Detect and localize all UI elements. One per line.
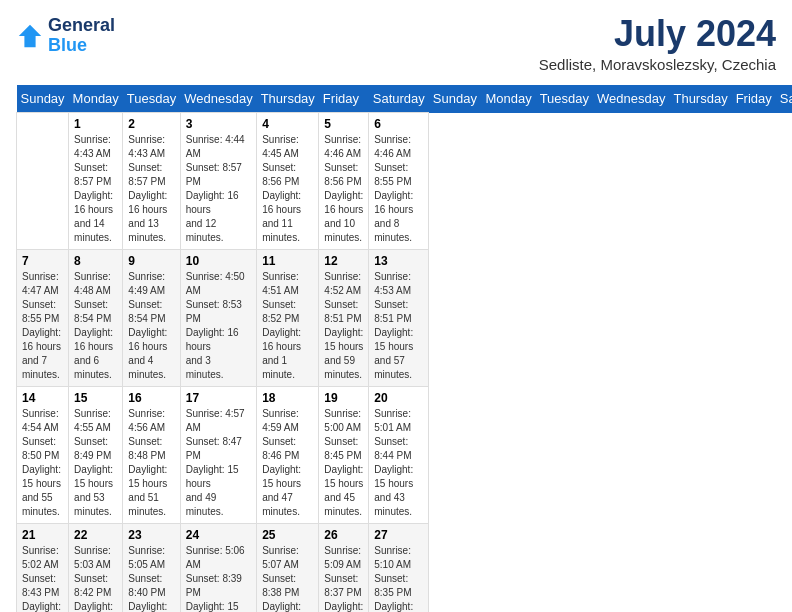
- cell-content: Sunrise: 4:54 AMSunset: 8:50 PMDaylight:…: [22, 407, 63, 519]
- cell-content: Sunrise: 4:53 AMSunset: 8:51 PMDaylight:…: [374, 270, 423, 382]
- calendar-cell: 12Sunrise: 4:52 AMSunset: 8:51 PMDayligh…: [319, 250, 369, 387]
- calendar-cell: 21Sunrise: 5:02 AMSunset: 8:43 PMDayligh…: [17, 524, 69, 613]
- day-number: 8: [74, 254, 117, 268]
- day-number: 10: [186, 254, 251, 268]
- calendar-cell: 14Sunrise: 4:54 AMSunset: 8:50 PMDayligh…: [17, 387, 69, 524]
- day-number: 7: [22, 254, 63, 268]
- calendar-header-row: SundayMondayTuesdayWednesdayThursdayFrid…: [17, 85, 793, 113]
- calendar-cell: 6Sunrise: 4:46 AMSunset: 8:55 PMDaylight…: [369, 113, 429, 250]
- cell-content: Sunrise: 4:57 AMSunset: 8:47 PMDaylight:…: [186, 407, 251, 519]
- calendar-cell: 27Sunrise: 5:10 AMSunset: 8:35 PMDayligh…: [369, 524, 429, 613]
- cell-content: Sunrise: 4:44 AMSunset: 8:57 PMDaylight:…: [186, 133, 251, 245]
- day-number: 4: [262, 117, 313, 131]
- cell-content: Sunrise: 5:05 AMSunset: 8:40 PMDaylight:…: [128, 544, 174, 612]
- cell-content: Sunrise: 5:10 AMSunset: 8:35 PMDaylight:…: [374, 544, 423, 612]
- cell-content: Sunrise: 4:45 AMSunset: 8:56 PMDaylight:…: [262, 133, 313, 245]
- day-header-tuesday: Tuesday: [536, 85, 593, 113]
- calendar-cell: 15Sunrise: 4:55 AMSunset: 8:49 PMDayligh…: [69, 387, 123, 524]
- day-number: 14: [22, 391, 63, 405]
- cell-content: Sunrise: 4:48 AMSunset: 8:54 PMDaylight:…: [74, 270, 117, 382]
- day-header-monday: Monday: [481, 85, 535, 113]
- location: Sedliste, Moravskoslezsky, Czechia: [539, 56, 776, 73]
- calendar-cell: 3Sunrise: 4:44 AMSunset: 8:57 PMDaylight…: [180, 113, 256, 250]
- calendar-week-row: 7Sunrise: 4:47 AMSunset: 8:55 PMDaylight…: [17, 250, 793, 387]
- day-header-sunday: Sunday: [17, 85, 69, 113]
- calendar-cell: 8Sunrise: 4:48 AMSunset: 8:54 PMDaylight…: [69, 250, 123, 387]
- calendar-cell: 20Sunrise: 5:01 AMSunset: 8:44 PMDayligh…: [369, 387, 429, 524]
- cell-content: Sunrise: 4:46 AMSunset: 8:55 PMDaylight:…: [374, 133, 423, 245]
- cell-content: Sunrise: 4:46 AMSunset: 8:56 PMDaylight:…: [324, 133, 363, 245]
- day-number: 17: [186, 391, 251, 405]
- cell-content: Sunrise: 4:51 AMSunset: 8:52 PMDaylight:…: [262, 270, 313, 382]
- day-number: 27: [374, 528, 423, 542]
- logo-text: General Blue: [48, 16, 115, 56]
- calendar-cell: 22Sunrise: 5:03 AMSunset: 8:42 PMDayligh…: [69, 524, 123, 613]
- day-number: 15: [74, 391, 117, 405]
- cell-content: Sunrise: 4:50 AMSunset: 8:53 PMDaylight:…: [186, 270, 251, 382]
- calendar-cell: 7Sunrise: 4:47 AMSunset: 8:55 PMDaylight…: [17, 250, 69, 387]
- calendar-table: SundayMondayTuesdayWednesdayThursdayFrid…: [16, 85, 792, 612]
- day-number: 6: [374, 117, 423, 131]
- cell-content: Sunrise: 5:02 AMSunset: 8:43 PMDaylight:…: [22, 544, 63, 612]
- page-header: General Blue July 2024 Sedliste, Moravsk…: [16, 16, 776, 73]
- day-number: 2: [128, 117, 174, 131]
- cell-content: Sunrise: 5:03 AMSunset: 8:42 PMDaylight:…: [74, 544, 117, 612]
- day-header-wednesday: Wednesday: [180, 85, 256, 113]
- cell-content: Sunrise: 4:43 AMSunset: 8:57 PMDaylight:…: [128, 133, 174, 245]
- cell-content: Sunrise: 5:09 AMSunset: 8:37 PMDaylight:…: [324, 544, 363, 612]
- day-number: 21: [22, 528, 63, 542]
- day-header-thursday: Thursday: [669, 85, 731, 113]
- calendar-cell: 23Sunrise: 5:05 AMSunset: 8:40 PMDayligh…: [123, 524, 180, 613]
- day-number: 19: [324, 391, 363, 405]
- cell-content: Sunrise: 5:07 AMSunset: 8:38 PMDaylight:…: [262, 544, 313, 612]
- day-number: 13: [374, 254, 423, 268]
- cell-content: Sunrise: 5:01 AMSunset: 8:44 PMDaylight:…: [374, 407, 423, 519]
- day-number: 22: [74, 528, 117, 542]
- day-number: 1: [74, 117, 117, 131]
- day-header-friday: Friday: [319, 85, 369, 113]
- calendar-cell: 2Sunrise: 4:43 AMSunset: 8:57 PMDaylight…: [123, 113, 180, 250]
- day-header-thursday: Thursday: [257, 85, 319, 113]
- calendar-week-row: 21Sunrise: 5:02 AMSunset: 8:43 PMDayligh…: [17, 524, 793, 613]
- svg-marker-0: [19, 25, 41, 47]
- calendar-cell: 16Sunrise: 4:56 AMSunset: 8:48 PMDayligh…: [123, 387, 180, 524]
- cell-content: Sunrise: 5:00 AMSunset: 8:45 PMDaylight:…: [324, 407, 363, 519]
- day-number: 9: [128, 254, 174, 268]
- calendar-cell: 5Sunrise: 4:46 AMSunset: 8:56 PMDaylight…: [319, 113, 369, 250]
- day-number: 20: [374, 391, 423, 405]
- logo: General Blue: [16, 16, 115, 56]
- day-number: 18: [262, 391, 313, 405]
- day-header-sunday: Sunday: [429, 85, 482, 113]
- calendar-cell: 26Sunrise: 5:09 AMSunset: 8:37 PMDayligh…: [319, 524, 369, 613]
- logo-icon: [16, 22, 44, 50]
- calendar-cell: 9Sunrise: 4:49 AMSunset: 8:54 PMDaylight…: [123, 250, 180, 387]
- title-block: July 2024 Sedliste, Moravskoslezsky, Cze…: [539, 16, 776, 73]
- calendar-week-row: 1Sunrise: 4:43 AMSunset: 8:57 PMDaylight…: [17, 113, 793, 250]
- calendar-cell: 11Sunrise: 4:51 AMSunset: 8:52 PMDayligh…: [257, 250, 319, 387]
- calendar-cell: 24Sunrise: 5:06 AMSunset: 8:39 PMDayligh…: [180, 524, 256, 613]
- day-number: 16: [128, 391, 174, 405]
- day-header-monday: Monday: [69, 85, 123, 113]
- day-number: 25: [262, 528, 313, 542]
- cell-content: Sunrise: 4:56 AMSunset: 8:48 PMDaylight:…: [128, 407, 174, 519]
- day-number: 12: [324, 254, 363, 268]
- calendar-cell: 25Sunrise: 5:07 AMSunset: 8:38 PMDayligh…: [257, 524, 319, 613]
- cell-content: Sunrise: 4:47 AMSunset: 8:55 PMDaylight:…: [22, 270, 63, 382]
- cell-content: Sunrise: 4:59 AMSunset: 8:46 PMDaylight:…: [262, 407, 313, 519]
- day-header-saturday: Saturday: [776, 85, 792, 113]
- calendar-cell: 13Sunrise: 4:53 AMSunset: 8:51 PMDayligh…: [369, 250, 429, 387]
- day-number: 26: [324, 528, 363, 542]
- day-header-wednesday: Wednesday: [593, 85, 669, 113]
- calendar-cell: 19Sunrise: 5:00 AMSunset: 8:45 PMDayligh…: [319, 387, 369, 524]
- calendar-cell: 1Sunrise: 4:43 AMSunset: 8:57 PMDaylight…: [69, 113, 123, 250]
- calendar-cell: 18Sunrise: 4:59 AMSunset: 8:46 PMDayligh…: [257, 387, 319, 524]
- month-year: July 2024: [539, 16, 776, 52]
- calendar-cell: 10Sunrise: 4:50 AMSunset: 8:53 PMDayligh…: [180, 250, 256, 387]
- day-header-tuesday: Tuesday: [123, 85, 180, 113]
- day-number: 24: [186, 528, 251, 542]
- cell-content: Sunrise: 4:49 AMSunset: 8:54 PMDaylight:…: [128, 270, 174, 382]
- day-header-friday: Friday: [732, 85, 776, 113]
- calendar-week-row: 14Sunrise: 4:54 AMSunset: 8:50 PMDayligh…: [17, 387, 793, 524]
- day-number: 5: [324, 117, 363, 131]
- day-number: 11: [262, 254, 313, 268]
